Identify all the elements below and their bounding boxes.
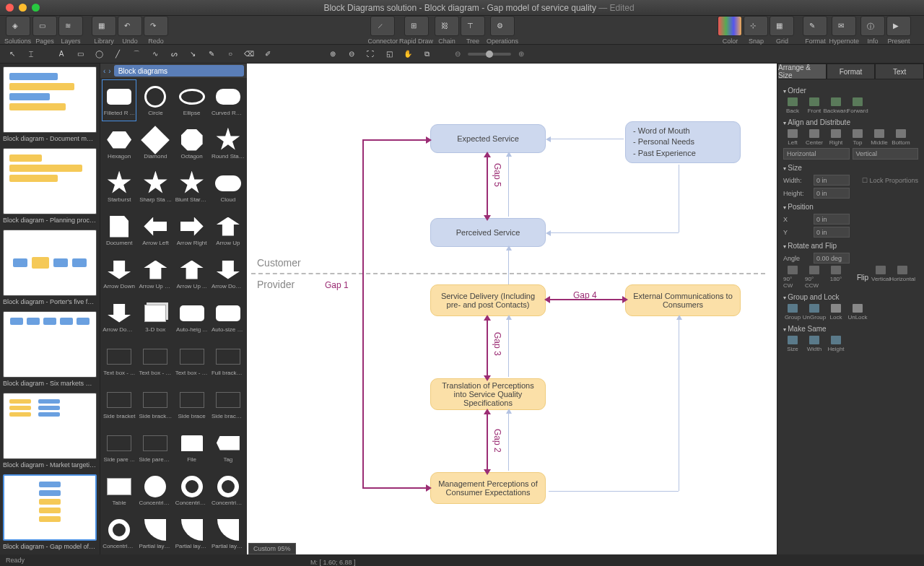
angle-input[interactable] — [814, 253, 850, 264]
same-size-button[interactable]: Size — [783, 336, 802, 352]
grid-button[interactable]: ▦ — [770, 16, 794, 36]
shape-item[interactable]: Full bracke ... — [211, 339, 245, 381]
spline-tool[interactable]: ∿ — [147, 47, 163, 61]
text-tool[interactable]: ⌶ — [23, 47, 39, 61]
thumbnail-item[interactable]: Block diagram - Market targeting — [3, 393, 97, 469]
rect-tool[interactable]: ▭ — [72, 47, 88, 61]
format-tab[interactable]: Format — [827, 64, 876, 79]
shape-item[interactable]: Arrow Left — [138, 209, 173, 251]
shape-item[interactable]: Side brace - ... — [211, 383, 245, 425]
shape-item[interactable]: Table — [102, 469, 136, 511]
thumbnail-item[interactable]: Block diagram - Document management... — [3, 66, 97, 142]
shape-item[interactable]: Side bracket ... — [138, 383, 173, 425]
shape-item[interactable]: Side brace — [175, 383, 209, 425]
eraser-tool[interactable]: ⌫ — [241, 47, 257, 61]
text-a-tool[interactable]: A — [53, 47, 69, 61]
service-delivery-node[interactable]: Service Delivery (Including pre- and pos… — [430, 284, 546, 316]
rotate-section[interactable]: Rotate and Flip — [783, 242, 918, 250]
x-input[interactable] — [814, 214, 850, 225]
align-bottom-button[interactable]: Bottom — [892, 129, 910, 146]
lock-button[interactable]: Lock — [827, 304, 845, 321]
zoom-slider[interactable] — [468, 53, 511, 56]
order-section[interactable]: Order — [783, 87, 918, 95]
rotate-90cw-button[interactable]: 90° CW — [783, 266, 802, 289]
shape-item[interactable]: Arrow Right — [175, 209, 209, 251]
hypernote-button[interactable]: ✉ — [832, 16, 856, 36]
hand-tool[interactable]: ✋ — [400, 47, 416, 61]
rotate-90ccw-button[interactable]: 90° CCW — [805, 266, 824, 289]
shape-item[interactable]: Concentric ... — [211, 469, 245, 511]
management-perceptions-node[interactable]: Management Perceptions of Consumer Expec… — [430, 472, 546, 504]
zoom-actual-button[interactable]: ◱ — [381, 47, 397, 61]
shape-item[interactable]: 3-D box — [138, 296, 173, 338]
ungroup-button[interactable]: UnGroup — [805, 304, 824, 321]
shape-item[interactable]: Text box - l ... — [138, 339, 173, 381]
arrange-tab[interactable]: Arrange & Size — [777, 64, 827, 79]
y-input[interactable] — [814, 227, 850, 238]
shape-item[interactable]: Text box - p ... — [175, 339, 209, 381]
tree-button[interactable]: ⊤ — [461, 16, 485, 36]
shape-item[interactable]: Concentric ... — [175, 469, 209, 511]
connector-button[interactable]: ⟋ — [370, 16, 395, 36]
zoom-fit-button[interactable]: ⛶ — [362, 47, 378, 61]
expected-service-node[interactable]: Expected Service — [430, 124, 546, 153]
minimize-window-button[interactable] — [19, 4, 27, 12]
redo-button[interactable]: ↷ — [144, 16, 168, 36]
distribute-v-dropdown[interactable]: Vertical — [853, 148, 919, 160]
align-top-button[interactable]: Top — [848, 129, 867, 146]
shape-item[interactable]: Hexagon — [102, 123, 136, 165]
flip-h-button[interactable]: Horizontal — [893, 266, 912, 289]
color-button[interactable] — [718, 16, 742, 36]
operations-button[interactable]: ⚙ — [490, 16, 515, 36]
maximize-window-button[interactable] — [32, 4, 40, 12]
shape-item[interactable]: Filleted R ... — [102, 79, 136, 121]
shape-item[interactable]: Partial layer 3 — [211, 513, 245, 552]
text-tab[interactable]: Text — [875, 64, 924, 79]
thumbnail-item[interactable]: Block diagram - Planning process — [3, 148, 97, 224]
chain-button[interactable]: ⛓ — [435, 16, 459, 36]
translation-node[interactable]: Translation of Perceptions into Service … — [430, 378, 546, 410]
shape-item[interactable]: Round Sta ... — [211, 123, 245, 165]
pen-tool[interactable]: ✎ — [204, 47, 219, 61]
format-button[interactable]: ✎ — [803, 16, 827, 36]
zoom-status[interactable]: Custom 95% — [248, 543, 296, 554]
shape-item[interactable]: Side bracket — [102, 383, 136, 425]
shape-item[interactable]: Blunt Starburst — [175, 166, 209, 208]
shape-item[interactable]: Arrow Down — [102, 253, 136, 295]
align-center-button[interactable]: Center — [805, 129, 824, 146]
shape-item[interactable]: Side parenth ... — [138, 426, 173, 468]
align-right-button[interactable]: Right — [827, 129, 845, 146]
lasso-tool[interactable]: ○ — [222, 47, 238, 61]
shape-item[interactable]: Auto-size box — [211, 296, 245, 338]
rotate-180-button[interactable]: 180° — [827, 266, 845, 289]
snap-button[interactable]: ⊹ — [744, 16, 768, 36]
close-window-button[interactable] — [6, 4, 14, 12]
layers-button[interactable]: ≋ — [58, 16, 83, 36]
undo-button[interactable]: ↶ — [118, 16, 142, 36]
shape-item[interactable]: Arrow Dow ... — [102, 296, 136, 338]
thumbnail-item[interactable]: Block diagram - Six markets model — [3, 311, 97, 387]
shape-item[interactable]: Arrow Up ... — [175, 253, 209, 295]
zoom-out-button[interactable]: ⊖ — [344, 47, 359, 61]
shape-item[interactable]: Text box - ... — [102, 339, 136, 381]
shape-item[interactable]: Tag — [211, 426, 245, 468]
connector-line-tool[interactable]: ↘ — [185, 47, 201, 61]
shape-item[interactable]: Cloud — [211, 166, 245, 208]
arc-tool[interactable]: ⌒ — [128, 47, 144, 61]
same-height-button[interactable]: Height — [827, 336, 845, 352]
info-node[interactable]: - Word of Mouth - Personal Needs - Past … — [625, 121, 741, 163]
width-input[interactable] — [814, 175, 850, 186]
unlock-button[interactable]: UnLock — [848, 304, 867, 321]
zoom-in-button[interactable]: ⊕ — [325, 47, 341, 61]
shape-item[interactable]: Starburst — [102, 166, 136, 208]
crop-tool[interactable]: ⧉ — [419, 47, 435, 61]
size-section[interactable]: Size — [783, 164, 918, 172]
same-width-button[interactable]: Width — [805, 336, 824, 352]
shape-item[interactable]: Diamond — [138, 123, 173, 165]
draw-tool[interactable]: ✐ — [260, 47, 276, 61]
shape-item[interactable]: Concentric ... — [138, 469, 173, 511]
align-middle-button[interactable]: Middle — [870, 129, 889, 146]
rapid-draw-button[interactable]: ⊞ — [404, 16, 429, 36]
shape-item[interactable]: Circle — [138, 79, 173, 121]
info-button[interactable]: ⓘ — [860, 16, 885, 36]
